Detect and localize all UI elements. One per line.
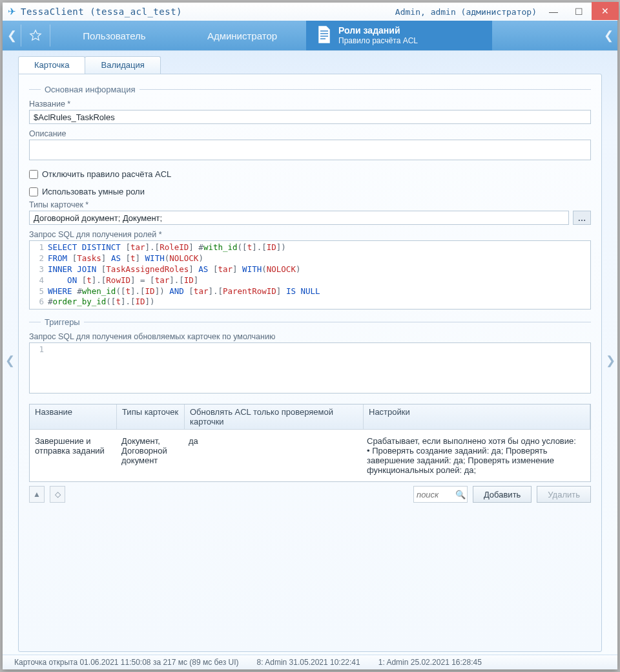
col-name[interactable]: Название bbox=[30, 404, 117, 429]
group-triggers: Триггеры bbox=[29, 317, 591, 327]
grid-header: Название Типы карточек Обновлять ACL тол… bbox=[30, 404, 590, 430]
checkbox-disable-rule[interactable]: Отключить правило расчёта ACL bbox=[29, 169, 591, 179]
search-icon: 🔍 bbox=[454, 490, 467, 499]
triggers-grid: Название Типы карточек Обновлять ACL тол… bbox=[29, 404, 591, 482]
status-bar: Карточка открыта 01.06.2021 11:50:08 за … bbox=[3, 655, 617, 669]
expand-left-handle[interactable]: ❮ bbox=[5, 345, 14, 376]
card-types-input[interactable] bbox=[29, 211, 569, 225]
col-only-checked[interactable]: Обновлять ACL только проверяемой карточк… bbox=[185, 404, 364, 429]
field-description: Описание bbox=[29, 129, 591, 160]
tab-active-task-roles[interactable]: Роли заданий Правило расчёта ACL bbox=[306, 21, 492, 50]
favorite-button[interactable] bbox=[21, 21, 50, 50]
checkbox-smart-roles-input[interactable] bbox=[29, 187, 38, 196]
minimize-button[interactable]: — bbox=[541, 5, 566, 19]
field-card-types: Типы карточек * … bbox=[29, 200, 591, 225]
document-icon bbox=[316, 26, 332, 46]
sql-roles-label: Запрос SQL для получения ролей * bbox=[29, 230, 591, 239]
card-body: Основная информация Название * Описание … bbox=[18, 74, 602, 652]
checkbox-disable-rule-label: Отключить правило расчёта ACL bbox=[42, 169, 171, 179]
cell-only: да bbox=[183, 435, 362, 476]
bookmark-icon: ◇ bbox=[55, 490, 61, 499]
app-logo-icon: ✈ bbox=[3, 6, 21, 17]
status-admin-8: 8: Admin 31.05.2021 10:22:41 bbox=[257, 658, 360, 667]
move-up-button[interactable]: ▲ bbox=[29, 486, 45, 503]
status-admin-1: 1: Admin 25.02.2021 16:28:45 bbox=[378, 658, 482, 667]
card-types-label: Типы карточек * bbox=[29, 200, 591, 209]
add-button[interactable]: Добавить bbox=[473, 486, 532, 503]
delete-button[interactable]: Удалить bbox=[537, 486, 591, 503]
name-label: Название * bbox=[29, 100, 591, 109]
grid-search[interactable]: 🔍 bbox=[413, 486, 468, 503]
maximize-button[interactable]: ☐ bbox=[566, 5, 591, 19]
active-tab-title: Роли заданий bbox=[338, 25, 400, 37]
field-name: Название * bbox=[29, 100, 591, 124]
card-tab-card[interactable]: Карточка bbox=[18, 56, 85, 74]
field-sql-roles: Запрос SQL для получения ролей * 1SELECT… bbox=[29, 230, 591, 310]
move-down-button[interactable]: ◇ bbox=[50, 486, 65, 503]
cell-types: Документ, Договорной документ bbox=[116, 435, 183, 476]
field-sql-triggers: Запрос SQL для получения обновляемых кар… bbox=[29, 332, 591, 394]
expand-right-handle[interactable]: ❯ bbox=[606, 345, 615, 376]
name-input[interactable] bbox=[29, 110, 591, 124]
arrow-up-icon: ▲ bbox=[33, 490, 41, 499]
checkbox-smart-roles-label: Использовать умные роли bbox=[42, 187, 145, 196]
description-input[interactable] bbox=[29, 140, 591, 160]
close-button[interactable]: ✕ bbox=[592, 2, 619, 20]
grid-search-input[interactable] bbox=[414, 490, 454, 499]
cell-settings: Срабатывает, если выполнено хотя бы одно… bbox=[362, 435, 590, 476]
sql-roles-editor[interactable]: 1SELECT DISTINCT [tar].[RoleID] #with_id… bbox=[29, 240, 591, 310]
card-tab-validation[interactable]: Валидация bbox=[85, 56, 160, 74]
ribbon: ❮ Пользователь Администратор Роли задани… bbox=[3, 21, 617, 50]
active-tab-subtitle: Правило расчёта ACL bbox=[338, 36, 418, 46]
cell-name: Завершение и отправка заданий bbox=[30, 435, 116, 476]
tab-user[interactable]: Пользователь bbox=[50, 21, 178, 50]
card-types-browse-button[interactable]: … bbox=[573, 211, 591, 225]
col-types[interactable]: Типы карточек bbox=[117, 404, 185, 429]
sql-triggers-editor[interactable]: 1 bbox=[29, 342, 591, 394]
nav-forward-button[interactable]: ❮ bbox=[599, 21, 617, 50]
col-settings[interactable]: Настройки bbox=[364, 404, 590, 429]
star-icon bbox=[29, 29, 42, 42]
status-open-info: Карточка открыта 01.06.2021 11:50:08 за … bbox=[14, 658, 239, 667]
card-tabs: Карточка Валидация bbox=[18, 56, 617, 74]
user-info: Admin, admin (администратор) bbox=[395, 7, 541, 17]
tab-admin[interactable]: Администратор bbox=[178, 21, 306, 50]
description-label: Описание bbox=[29, 129, 591, 138]
checkbox-smart-roles[interactable]: Использовать умные роли bbox=[29, 187, 591, 196]
window: ✈ TessaClient (tessa_acl_test) Admin, ad… bbox=[3, 3, 617, 669]
group-main-info: Основная информация bbox=[29, 85, 591, 94]
checkbox-disable-rule-input[interactable] bbox=[29, 170, 38, 179]
nav-back-button[interactable]: ❮ bbox=[3, 21, 21, 50]
titlebar: ✈ TessaClient (tessa_acl_test) Admin, ad… bbox=[3, 3, 617, 21]
window-title: TessaClient (tessa_acl_test) bbox=[21, 6, 182, 17]
sql-triggers-label: Запрос SQL для получения обновляемых кар… bbox=[29, 332, 591, 341]
grid-toolbar: ▲ ◇ 🔍 Добавить Удалить bbox=[29, 486, 591, 503]
work-area: ❮ ❯ Карточка Валидация Основная информац… bbox=[3, 50, 617, 669]
table-row[interactable]: Завершение и отправка заданий Документ, … bbox=[30, 430, 590, 481]
